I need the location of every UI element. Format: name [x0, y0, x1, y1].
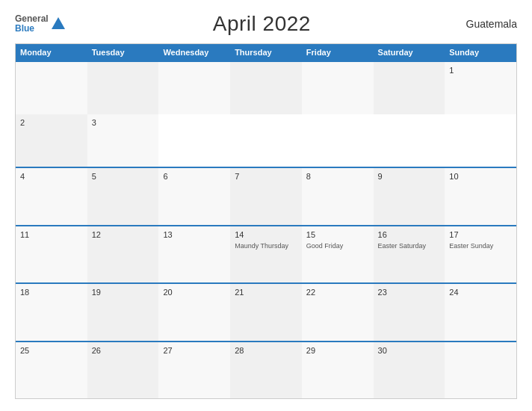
day-number: 20: [163, 288, 226, 297]
cell-w5-d1: 25: [16, 342, 87, 399]
cell-w1-d3: [158, 62, 230, 114]
cell-w4-d4: 21: [230, 284, 302, 341]
day-number: 26: [92, 346, 155, 355]
cell-w3-d5: 15Good Friday: [302, 226, 374, 283]
page: General Blue April 2022 Guatemala Monday…: [0, 0, 532, 411]
cell-w5-d2: 26: [87, 342, 159, 399]
cell-w1-d8: 2: [16, 114, 87, 167]
day-number: 21: [235, 288, 297, 297]
cell-w3-d4: 14Maundy Thursday: [230, 226, 302, 283]
week-2: 45678910: [16, 167, 516, 225]
day-number: 19: [92, 288, 155, 297]
cell-w2-d1: 4: [16, 168, 87, 225]
country-label: Guatemala: [457, 18, 517, 30]
cell-w3-d7: 17Easter Sunday: [445, 226, 516, 283]
logo-blue-text: Blue: [15, 24, 49, 34]
day-number: 14: [235, 230, 297, 239]
week-1: 123: [16, 61, 516, 167]
holiday-label: Easter Sunday: [449, 242, 512, 250]
calendar-header: Monday Tuesday Wednesday Thursday Friday…: [16, 44, 516, 61]
header-monday: Monday: [16, 44, 87, 61]
header-tuesday: Tuesday: [87, 44, 159, 61]
header-thursday: Thursday: [230, 44, 302, 61]
cell-w3-d1: 11: [16, 226, 87, 283]
cell-w5-d7: [445, 342, 516, 399]
day-number: 15: [306, 230, 369, 239]
day-number: 6: [163, 172, 226, 181]
cell-w5-d6: 30: [374, 342, 445, 399]
cell-w4-d3: 20: [158, 284, 230, 341]
day-number: 13: [163, 230, 226, 239]
day-number: 24: [449, 288, 512, 297]
cell-w4-d1: 18: [16, 284, 87, 341]
day-number: 7: [235, 172, 297, 181]
header-saturday: Saturday: [374, 44, 445, 61]
holiday-label: Good Friday: [306, 242, 369, 250]
cell-w1-d9: 3: [87, 114, 159, 167]
cell-w5-d4: 28: [230, 342, 302, 399]
cell-w1-d4: [230, 62, 302, 114]
cell-w1-d6: [374, 62, 445, 114]
day-number: 2: [20, 118, 83, 127]
day-number: 17: [449, 230, 512, 239]
header: General Blue April 2022 Guatemala: [15, 12, 517, 36]
day-number: 3: [92, 118, 155, 127]
cell-w3-d3: 13: [158, 226, 230, 283]
cell-w1-d2: [87, 62, 159, 114]
holiday-label: Easter Saturday: [378, 242, 441, 250]
cell-w2-d3: 6: [158, 168, 230, 225]
cell-w5-d3: 27: [158, 342, 230, 399]
day-number: 5: [92, 172, 155, 181]
cell-w1-d7: 1: [445, 62, 516, 114]
day-number: 4: [20, 172, 83, 181]
cell-w4-d6: 23: [374, 284, 445, 341]
cell-w2-d5: 8: [302, 168, 374, 225]
day-number: 22: [306, 288, 369, 297]
week-4: 18192021222324: [16, 282, 516, 341]
day-number: 1: [449, 66, 512, 75]
header-friday: Friday: [302, 44, 374, 61]
day-number: 27: [163, 346, 226, 355]
cell-w2-d7: 10: [445, 168, 516, 225]
calendar: Monday Tuesday Wednesday Thursday Friday…: [15, 43, 517, 399]
day-number: 9: [378, 172, 441, 181]
logo: General Blue: [15, 14, 66, 34]
calendar-body: 1234567891011121314Maundy Thursday15Good…: [16, 61, 516, 398]
cell-w1-d1: [16, 62, 87, 114]
cell-w4-d2: 19: [87, 284, 159, 341]
cell-w2-d2: 5: [87, 168, 159, 225]
day-number: 8: [306, 172, 369, 181]
header-sunday: Sunday: [445, 44, 516, 61]
cell-w4-d5: 22: [302, 284, 374, 341]
logo-icon: [50, 16, 66, 32]
calendar-title: April 2022: [66, 12, 457, 36]
week-3: 11121314Maundy Thursday15Good Friday16Ea…: [16, 225, 516, 283]
week-5: 252627282930: [16, 341, 516, 399]
cell-w3-d6: 16Easter Saturday: [374, 226, 445, 283]
cell-w4-d7: 24: [445, 284, 516, 341]
day-number: 12: [92, 230, 155, 239]
header-wednesday: Wednesday: [158, 44, 230, 61]
day-number: 28: [235, 346, 297, 355]
cell-w2-d4: 7: [230, 168, 302, 225]
day-number: 11: [20, 230, 83, 239]
day-number: 10: [449, 172, 512, 181]
day-number: 25: [20, 346, 83, 355]
svg-marker-0: [52, 17, 65, 29]
cell-w2-d6: 9: [374, 168, 445, 225]
cell-w5-d5: 29: [302, 342, 374, 399]
day-number: 29: [306, 346, 369, 355]
holiday-label: Maundy Thursday: [235, 242, 297, 250]
day-number: 16: [378, 230, 441, 239]
cell-w1-d5: [302, 62, 374, 114]
day-number: 30: [378, 346, 441, 355]
day-number: 18: [20, 288, 83, 297]
cell-w3-d2: 12: [87, 226, 159, 283]
day-number: 23: [378, 288, 441, 297]
